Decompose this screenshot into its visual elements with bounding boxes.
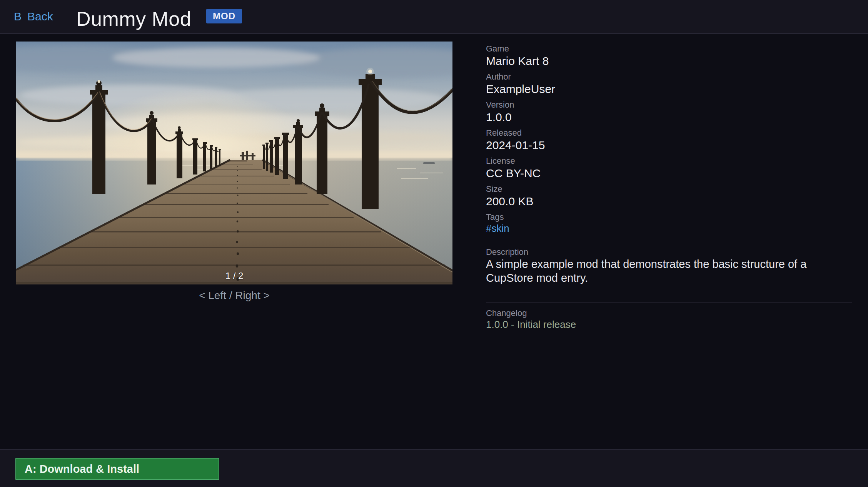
pier-photo-illustration <box>16 42 452 284</box>
info-field-game: GameMario Kart 8 <box>486 43 852 68</box>
field-value: ExampleUser <box>486 82 852 96</box>
field-label: Game <box>486 43 852 54</box>
app: { "header": { "back_key": "B", "back_lab… <box>0 0 868 487</box>
mod-screenshot-gallery[interactable]: 1 / 2 <box>16 42 452 284</box>
footer-bar: A: Download & Install <box>0 449 868 487</box>
field-label: License <box>486 156 852 166</box>
info-field-released: Released2024-01-15 <box>486 128 852 152</box>
header-bar: B Back Dummy Mod MOD <box>0 0 868 34</box>
description-text-line-1: A simple example mod that demonstrates t… <box>486 257 852 271</box>
field-label: Tags <box>486 212 852 222</box>
info-field-tags: Tags#skin <box>486 212 852 234</box>
field-value: CC BY-NC <box>486 166 852 180</box>
gamepad-b-key-icon: B <box>14 10 22 23</box>
info-field-license: LicenseCC BY-NC <box>486 156 852 180</box>
field-value: Mario Kart 8 <box>486 54 852 68</box>
field-label: Size <box>486 184 852 194</box>
divider <box>486 303 852 303</box>
description-text-line-2: CupStore mod entry. <box>486 271 852 285</box>
field-value: 1.0.0 <box>486 110 852 124</box>
download-install-button-label: A: Download & Install <box>25 463 139 475</box>
field-label: Released <box>486 128 852 138</box>
field-label: Author <box>486 71 852 82</box>
description-label: Description <box>486 247 852 257</box>
field-value: 200.0 KB <box>486 194 852 208</box>
changelog-text: 1.0.0 - Initial release <box>486 318 852 331</box>
back-button[interactable]: B Back <box>12 0 55 33</box>
info-fields: GameMario Kart 8AuthorExampleUserVersion… <box>486 43 852 234</box>
download-install-button[interactable]: A: Download & Install <box>15 458 219 480</box>
info-field-size: Size200.0 KB <box>486 184 852 208</box>
back-button-label: Back <box>27 10 53 23</box>
gallery-nav-hint: < Left / Right > <box>16 289 452 302</box>
field-value[interactable]: #skin <box>486 222 852 234</box>
mod-type-badge: MOD <box>206 9 242 23</box>
info-panel: GameMario Kart 8AuthorExampleUserVersion… <box>486 43 852 331</box>
field-label: Version <box>486 100 852 110</box>
info-field-version: Version1.0.0 <box>486 100 852 124</box>
divider <box>486 238 852 238</box>
image-counter: 1 / 2 <box>16 271 452 281</box>
page-title: Dummy Mod <box>76 8 191 30</box>
field-value: 2024-01-15 <box>486 138 852 152</box>
info-field-author: AuthorExampleUser <box>486 71 852 96</box>
changelog-label: Changelog <box>486 308 852 318</box>
